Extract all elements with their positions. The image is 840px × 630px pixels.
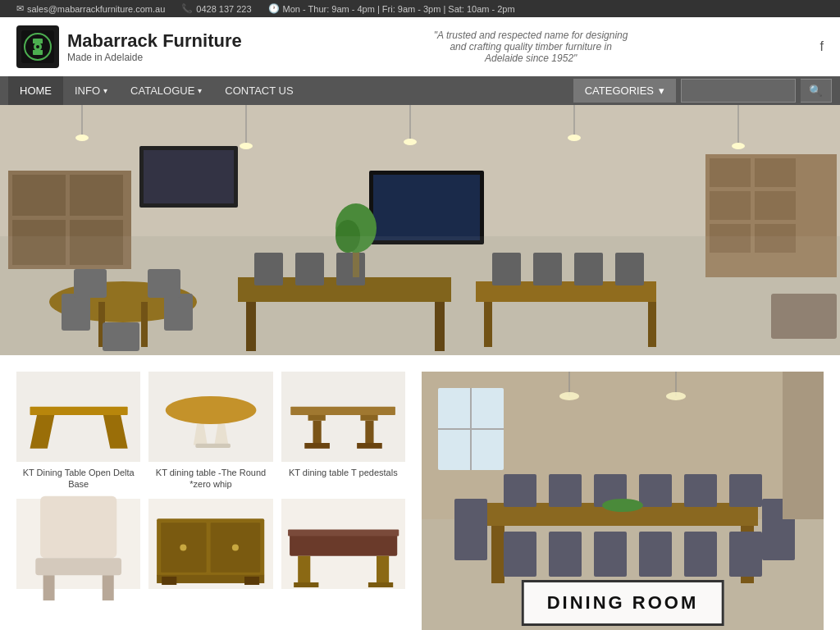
- product-kt-t[interactable]: KT dining table T pedestals: [281, 372, 405, 491]
- svg-rect-71: [361, 414, 378, 420]
- product-label-kt-t: KT dining table T pedestals: [289, 467, 398, 478]
- svg-point-83: [232, 545, 239, 551]
- product-grid-row1: KT Dining Table Open Delta Base KT dinin…: [16, 372, 405, 491]
- nav-contact[interactable]: CONTACT US: [213, 76, 304, 105]
- info-chevron: ▾: [103, 86, 107, 95]
- search-input[interactable]: [681, 79, 796, 103]
- brand-name: Mabarrack Furniture: [67, 30, 242, 52]
- svg-rect-90: [294, 582, 318, 587]
- product-kt-round[interactable]: KT dining table -The Round *zero whip: [148, 372, 272, 491]
- svg-point-5: [36, 45, 39, 48]
- search-button[interactable]: 🔍: [801, 79, 832, 103]
- svg-point-9: [75, 135, 89, 141]
- products-section: KT Dining Table Open Delta Base KT dinin…: [0, 355, 840, 630]
- logo[interactable]: Mabarrack Furniture Made in Adelaide: [16, 25, 242, 68]
- svg-rect-89: [377, 556, 389, 585]
- categories-button[interactable]: CATEGORIES ▾: [573, 79, 676, 103]
- logo-icon: [16, 25, 59, 68]
- svg-rect-60: [30, 406, 127, 414]
- product-img-kt-round: [148, 372, 272, 462]
- product-bench[interactable]: [281, 499, 405, 594]
- svg-rect-77: [103, 575, 114, 600]
- svg-rect-73: [357, 442, 382, 448]
- svg-rect-37: [373, 175, 480, 240]
- catalogue-chevron: ▾: [198, 86, 202, 95]
- svg-marker-61: [30, 414, 54, 448]
- top-bar: ✉ sales@mabarrackfurniture.com.au 📞 0428…: [0, 0, 840, 17]
- product-label-kt-round: KT dining table -The Round *zero whip: [148, 467, 272, 491]
- nav-right: CATEGORIES ▾ 🔍: [573, 79, 832, 103]
- svg-rect-84: [162, 577, 176, 585]
- svg-point-121: [666, 392, 686, 400]
- nav-catalogue[interactable]: CATALOGUE ▾: [119, 76, 213, 105]
- email-info: ✉ sales@mabarrackfurniture.com.au: [16, 3, 165, 14]
- svg-rect-105: [729, 474, 762, 507]
- svg-rect-69: [313, 420, 322, 445]
- svg-rect-42: [710, 158, 751, 187]
- email-icon: ✉: [16, 3, 24, 14]
- svg-rect-74: [40, 495, 116, 558]
- svg-rect-114: [783, 372, 824, 519]
- product-kt-delta[interactable]: KT Dining Table Open Delta Base: [16, 372, 140, 491]
- svg-rect-104: [684, 474, 717, 507]
- svg-rect-43: [755, 158, 796, 187]
- product-sideboard[interactable]: [148, 499, 272, 594]
- product-img-chair: [16, 499, 140, 589]
- phone-text: 0428 137 223: [196, 4, 251, 14]
- svg-rect-101: [549, 474, 582, 507]
- svg-point-17: [732, 143, 745, 149]
- svg-marker-64: [194, 424, 208, 445]
- svg-rect-67: [290, 406, 395, 414]
- svg-rect-91: [368, 582, 393, 587]
- svg-rect-103: [639, 474, 672, 507]
- header: Mabarrack Furniture Made in Adelaide "A …: [0, 17, 840, 76]
- dining-room-feature[interactable]: DINING ROOM: [422, 372, 824, 630]
- product-img-bench: [281, 499, 405, 589]
- svg-marker-62: [103, 414, 127, 448]
- brand-sub: Made in Adelaide: [67, 52, 242, 63]
- svg-point-119: [559, 392, 579, 400]
- categories-label: CATEGORIES: [585, 84, 654, 97]
- header-tagline: "A trusted and respected name for design…: [432, 30, 629, 64]
- svg-marker-65: [214, 424, 228, 445]
- svg-rect-100: [504, 474, 536, 507]
- product-img-kt-delta: [16, 372, 140, 462]
- nav-home[interactable]: HOME: [8, 76, 63, 105]
- svg-rect-19: [144, 150, 234, 203]
- clock-icon: 🕐: [268, 3, 280, 14]
- product-img-kt-t: [281, 372, 405, 462]
- svg-rect-70: [304, 442, 330, 448]
- email-text: sales@mabarrackfurniture.com.au: [27, 4, 165, 14]
- product-grid-row2: [16, 499, 405, 594]
- svg-rect-68: [308, 414, 326, 420]
- svg-point-63: [166, 395, 257, 423]
- svg-point-113: [602, 499, 643, 512]
- svg-rect-66: [195, 443, 231, 447]
- svg-rect-97: [491, 526, 504, 583]
- svg-rect-75: [35, 558, 121, 575]
- products-left: KT Dining Table Open Delta Base KT dinin…: [16, 372, 405, 630]
- phone-icon: 📞: [181, 3, 193, 14]
- svg-rect-72: [366, 420, 374, 445]
- svg-rect-59: [0, 236, 840, 355]
- svg-point-82: [180, 545, 187, 551]
- svg-rect-45: [755, 191, 796, 220]
- svg-rect-110: [639, 532, 672, 577]
- svg-point-13: [404, 139, 417, 145]
- svg-rect-112: [729, 532, 762, 577]
- categories-chevron: ▾: [659, 84, 664, 97]
- svg-rect-44: [710, 191, 751, 220]
- logo-text: Mabarrack Furniture Made in Adelaide: [67, 30, 242, 63]
- product-chair[interactable]: [16, 499, 140, 594]
- svg-rect-109: [594, 532, 627, 577]
- product-img-sideboard: [148, 499, 272, 589]
- nav-info[interactable]: INFO ▾: [63, 76, 119, 105]
- svg-rect-107: [504, 532, 536, 577]
- svg-rect-76: [43, 575, 55, 600]
- svg-rect-21: [12, 175, 66, 216]
- svg-rect-88: [298, 556, 310, 585]
- facebook-icon[interactable]: f: [820, 39, 824, 54]
- svg-point-11: [240, 143, 253, 149]
- search-icon: 🔍: [809, 84, 823, 97]
- svg-rect-85: [244, 577, 259, 585]
